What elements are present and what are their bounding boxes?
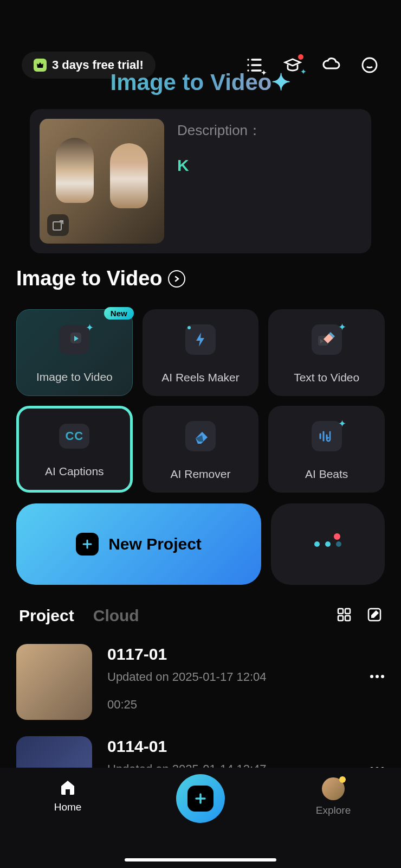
feature-ai-remover[interactable]: AI Remover bbox=[143, 406, 259, 493]
chevron-right-icon bbox=[168, 270, 185, 288]
plus-icon bbox=[76, 533, 99, 556]
more-button[interactable] bbox=[271, 503, 385, 585]
add-media-icon[interactable] bbox=[47, 214, 69, 236]
music-icon: ✦ bbox=[312, 421, 342, 451]
feature-label: Image to Video bbox=[36, 371, 113, 384]
svg-rect-7 bbox=[53, 222, 61, 230]
tab-cloud[interactable]: Cloud bbox=[93, 607, 139, 625]
featured-card[interactable]: Description： K bbox=[30, 109, 371, 253]
home-icon bbox=[58, 777, 77, 797]
explore-avatar-icon bbox=[322, 777, 345, 800]
featured-image bbox=[40, 119, 164, 244]
bottom-nav: Home Explore bbox=[0, 768, 401, 868]
feature-label: AI Beats bbox=[305, 468, 348, 481]
notification-dot bbox=[334, 533, 340, 540]
sparkle-icon: ✦ bbox=[338, 418, 346, 430]
feature-text-to-video[interactable]: ✦ Text to Video bbox=[268, 309, 385, 396]
edit-icon[interactable] bbox=[367, 607, 382, 624]
tabs-row: Project Cloud bbox=[19, 607, 382, 625]
section-title-row[interactable]: Image to Video bbox=[16, 267, 385, 290]
project-thumbnail bbox=[16, 644, 92, 720]
feature-label: AI Captions bbox=[45, 465, 104, 478]
project-updated: Updated on 2025-01-17 12:04 bbox=[107, 670, 354, 684]
play-sparkle-icon: ✦ bbox=[59, 325, 89, 354]
project-info: 0117-01 Updated on 2025-01-17 12:04 00:2… bbox=[107, 644, 354, 712]
svg-rect-17 bbox=[338, 609, 343, 614]
new-badge: New bbox=[104, 307, 134, 320]
eraser-icon bbox=[185, 421, 216, 451]
nav-home[interactable]: Home bbox=[41, 777, 95, 813]
description-text: K bbox=[177, 156, 361, 175]
new-project-button[interactable]: New Project bbox=[16, 503, 261, 585]
feature-label: AI Reels Maker bbox=[161, 371, 240, 384]
banner-title: Image to Video✦ bbox=[0, 69, 401, 95]
tab-project[interactable]: Project bbox=[19, 607, 74, 625]
sparkle-icon: ✦ bbox=[86, 322, 94, 334]
project-name: 0117-01 bbox=[107, 645, 354, 663]
plus-icon bbox=[187, 786, 214, 812]
feature-ai-captions[interactable]: CC AI Captions bbox=[16, 406, 133, 493]
svg-rect-20 bbox=[345, 616, 350, 621]
svg-point-23 bbox=[376, 675, 379, 678]
section-title: Image to Video bbox=[16, 267, 163, 290]
svg-point-22 bbox=[370, 675, 373, 678]
project-name: 0114-01 bbox=[107, 737, 354, 756]
dot-icon bbox=[336, 541, 341, 547]
dot-icon bbox=[314, 541, 320, 547]
notification-dot bbox=[298, 54, 303, 60]
project-menu-button[interactable] bbox=[370, 644, 385, 681]
nav-create-button[interactable] bbox=[176, 774, 225, 823]
svg-point-24 bbox=[381, 675, 384, 678]
project-duration: 00:25 bbox=[107, 698, 354, 712]
header: 3 days free trial! ✦ ✦ bbox=[0, 0, 401, 79]
feature-label: Text to Video bbox=[294, 371, 359, 384]
lightning-icon bbox=[185, 324, 216, 355]
home-indicator bbox=[125, 858, 276, 861]
nav-label: Explore bbox=[316, 805, 351, 816]
feature-grid: New ✦ Image to Video AI Reels Maker ✦ Te… bbox=[16, 309, 385, 493]
svg-rect-19 bbox=[338, 616, 343, 621]
feature-ai-reels-maker[interactable]: AI Reels Maker bbox=[143, 309, 259, 396]
feature-ai-beats[interactable]: ✦ AI Beats bbox=[268, 406, 385, 493]
description-label: Description： bbox=[177, 121, 361, 140]
svg-rect-18 bbox=[345, 609, 350, 614]
tabs: Project Cloud bbox=[19, 607, 139, 625]
cc-icon: CC bbox=[59, 424, 89, 449]
tab-actions bbox=[337, 607, 382, 624]
dot-icon bbox=[325, 541, 331, 547]
sparkle-icon: ✦ bbox=[338, 321, 346, 333]
grid-view-icon[interactable] bbox=[337, 607, 352, 624]
new-project-label: New Project bbox=[108, 535, 202, 553]
project-item[interactable]: 0117-01 Updated on 2025-01-17 12:04 00:2… bbox=[16, 644, 385, 720]
feature-label: AI Remover bbox=[171, 468, 231, 481]
nav-label: Home bbox=[54, 801, 82, 813]
pencil-video-icon: ✦ bbox=[312, 324, 342, 355]
featured-description: Description： K bbox=[177, 119, 361, 244]
nav-explore[interactable]: Explore bbox=[306, 777, 360, 816]
feature-image-to-video[interactable]: New ✦ Image to Video bbox=[16, 309, 133, 396]
action-row: New Project bbox=[16, 503, 385, 585]
